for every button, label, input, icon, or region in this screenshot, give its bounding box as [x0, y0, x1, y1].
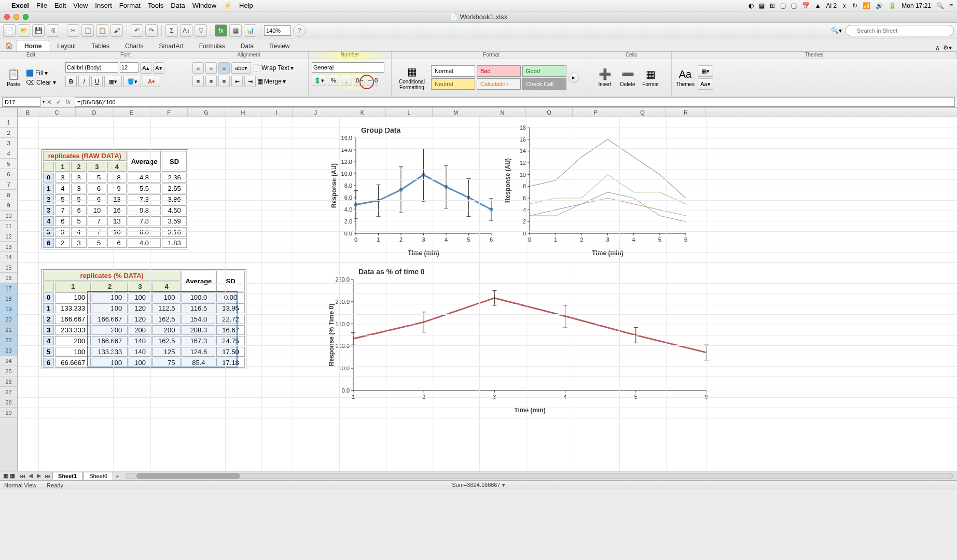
format-cells-button[interactable]: ▦Format — [640, 63, 661, 92]
insert-cells-button[interactable]: ➕Insert — [594, 63, 615, 92]
comma-button[interactable]: , — [341, 75, 352, 86]
style-good[interactable]: Good — [522, 65, 566, 77]
more-styles-icon[interactable]: ▸ — [568, 73, 579, 83]
enter-formula-icon[interactable]: ✓ — [54, 97, 63, 107]
menu-view[interactable]: View — [73, 2, 88, 9]
search-input[interactable] — [845, 25, 954, 36]
cells-area[interactable]: replicates (RAW DATA)AverageSD1234033584… — [18, 117, 957, 471]
row-header[interactable]: 25 — [0, 366, 17, 376]
bluetooth-icon[interactable]: ⚹ — [842, 2, 847, 9]
cut-button[interactable]: ✂ — [67, 24, 79, 37]
tab-formulas[interactable]: Formulas — [191, 40, 233, 51]
fill-color-button[interactable]: 🪣▾ — [123, 76, 141, 87]
column-header[interactable]: L — [386, 108, 433, 117]
script-icon[interactable]: ⚡ — [224, 2, 232, 9]
number-format-select[interactable] — [312, 62, 384, 73]
borders-button[interactable]: ▦▾ — [104, 76, 122, 87]
row-header[interactable]: 22 — [0, 335, 17, 345]
gear-icon[interactable]: ⚙▾ — [943, 44, 952, 51]
align-center-button[interactable]: ≡ — [205, 76, 217, 87]
style-bad[interactable]: Bad — [477, 65, 521, 77]
column-header[interactable]: J — [293, 108, 339, 117]
row-header[interactable]: 19 — [0, 304, 17, 314]
home-icon[interactable]: 🏠 — [3, 40, 15, 51]
status-icon[interactable]: ◐ — [748, 2, 754, 9]
shrink-font-button[interactable]: A▾ — [153, 62, 164, 74]
tab-review[interactable]: Review — [261, 40, 297, 51]
row-header[interactable]: 28 — [0, 397, 17, 408]
row-header[interactable]: 1 — [0, 117, 17, 128]
theme-colors-button[interactable]: ▦▾ — [698, 65, 713, 77]
timemachine-icon[interactable]: ↻ — [852, 2, 857, 9]
column-header[interactable]: G — [188, 108, 225, 117]
print-button[interactable]: 🖨 — [47, 24, 59, 37]
row-header[interactable]: 2 — [0, 128, 17, 138]
align-bottom-button[interactable]: ≡ — [218, 62, 230, 74]
theme-fonts-button[interactable]: Aa▾ — [698, 78, 713, 90]
wifi-icon[interactable]: 📶 — [863, 2, 870, 9]
replicates-chart[interactable]: 0246810121416180123456Time (min)Response… — [503, 123, 692, 258]
menu-format[interactable]: Format — [119, 2, 141, 9]
indent-increase-button[interactable]: ⇥ — [244, 76, 256, 87]
row-header[interactable]: 5 — [0, 159, 17, 169]
percent-chart[interactable]: 0.050.0100.0150.0200.0250.0123456Data as… — [326, 265, 713, 415]
align-left-button[interactable]: ≡ — [192, 76, 204, 87]
group-data-chart[interactable]: 0.02.04.06.08.010.012.014.016.00123456Gr… — [329, 123, 497, 258]
row-header[interactable]: 20 — [0, 314, 17, 325]
align-top-button[interactable]: ≡ — [192, 62, 204, 74]
row-header[interactable]: 6 — [0, 169, 17, 179]
select-all-corner[interactable] — [0, 108, 18, 117]
undo-button[interactable]: ↶ — [131, 24, 143, 37]
bold-button[interactable]: B — [65, 76, 77, 87]
column-header[interactable]: I — [261, 108, 293, 117]
redo-button[interactable]: ↷ — [145, 24, 158, 37]
tab-home[interactable]: Home — [17, 40, 49, 51]
column-header[interactable]: F — [150, 108, 188, 117]
row-header[interactable]: 27 — [0, 387, 17, 397]
row-header[interactable]: 15 — [0, 262, 17, 273]
tab-layout[interactable]: Layout — [49, 40, 84, 51]
underline-button[interactable]: U — [91, 76, 103, 87]
row-header[interactable]: 3 — [0, 138, 17, 148]
name-box[interactable] — [2, 97, 40, 107]
wrap-text-button[interactable]: 📄Wrap Text ▾ — [253, 62, 294, 74]
row-header[interactable]: 26 — [0, 376, 17, 387]
save-button[interactable]: 💾 — [32, 24, 45, 37]
column-header[interactable]: C — [38, 108, 76, 117]
tab-nav-last[interactable]: ⏭ — [43, 472, 51, 480]
row-header[interactable]: 23 — [0, 345, 17, 356]
clock[interactable]: Mon 17:21 — [901, 2, 931, 9]
tab-nav-next[interactable]: ▶ — [35, 472, 43, 480]
delete-cells-button[interactable]: ➖Delete — [617, 63, 638, 92]
menu-help[interactable]: Help — [239, 2, 253, 9]
row-header[interactable]: 9 — [0, 200, 17, 211]
fx-button[interactable]: fx — [215, 24, 227, 37]
row-header[interactable]: 7 — [0, 179, 17, 190]
column-header[interactable]: O — [526, 108, 573, 117]
row-header[interactable]: 24 — [0, 356, 17, 366]
clear-button[interactable]: ⌫Clear ▾ — [26, 79, 56, 86]
spotlight-icon[interactable]: 🔍 — [936, 2, 944, 9]
column-header[interactable]: P — [573, 108, 619, 117]
align-middle-button[interactable]: ≡ — [205, 62, 217, 74]
row-header[interactable]: 16 — [0, 273, 17, 283]
tab-nav-first[interactable]: ⏮ — [18, 472, 26, 480]
add-sheet-button[interactable]: + — [113, 472, 121, 480]
grow-font-button[interactable]: A▴ — [140, 62, 151, 74]
currency-button[interactable]: 💲▾ — [312, 75, 326, 86]
column-header[interactable]: R — [666, 108, 706, 117]
menu-data[interactable]: Data — [171, 2, 185, 9]
paste-button[interactable]: 📋 — [96, 24, 108, 37]
status-icon[interactable]: ▦ — [759, 2, 765, 9]
paste-button[interactable]: 📋Paste — [3, 63, 24, 92]
status-icon[interactable]: ▲ — [815, 2, 821, 9]
column-header[interactable]: M — [433, 108, 479, 117]
column-header[interactable]: H — [225, 108, 261, 117]
align-right-button[interactable]: ≡ — [218, 76, 230, 87]
menu-insert[interactable]: Insert — [95, 2, 112, 9]
new-button[interactable]: 📄 — [3, 24, 16, 37]
row-header[interactable]: 11 — [0, 221, 17, 231]
column-header[interactable]: E — [113, 108, 150, 117]
style-normal[interactable]: Normal — [431, 65, 475, 77]
column-header[interactable]: B — [18, 108, 38, 117]
